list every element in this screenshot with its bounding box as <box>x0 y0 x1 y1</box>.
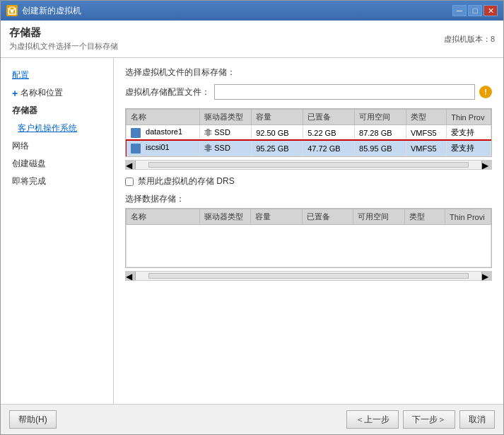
storage-table-1-container: 名称 驱动器类型 容量 已置备 可用空间 类型 Thin Prov <box>125 108 492 157</box>
cell-cap: 95.25 GB <box>252 141 303 156</box>
close-button[interactable]: ✕ <box>484 5 498 16</box>
th-driver-2: 驱动器类型 <box>199 209 251 225</box>
warning-icon: ! <box>479 86 492 98</box>
storage-table-1: 名称 驱动器类型 容量 已置备 可用空间 类型 Thin Prov <box>126 109 491 156</box>
cell-driver: 非 SSD <box>200 125 252 141</box>
sidebar-item-create-disk[interactable]: 创建磁盘 <box>1 155 113 173</box>
drs-row: 禁用此虚拟机的存储 DRS <box>125 175 492 187</box>
next-button[interactable]: 下一步＞ <box>403 410 455 429</box>
main-content-panel: 选择虚拟机文件的目标存储： 虚拟机存储配置文件： ! 名称 驱动器类型 容量 已… <box>114 58 503 404</box>
scroll-left-btn-2[interactable]: ◀ <box>126 272 136 280</box>
page-subtitle: 为虚拟机文件选择一个目标存储 <box>9 41 118 52</box>
maximize-button[interactable]: □ <box>468 5 482 16</box>
cell-used: 47.72 GB <box>303 141 355 156</box>
th-free-1: 可用空间 <box>355 110 406 125</box>
section-title: 选择虚拟机文件的目标存储： <box>125 66 492 79</box>
cell-type: VMFS5 <box>406 141 447 156</box>
footer: 帮助(H) ＜上一步 下一步＞ 取消 <box>1 404 503 434</box>
help-button[interactable]: 帮助(H) <box>9 410 57 429</box>
page-title: 存储器 <box>9 26 118 40</box>
cell-free: 85.95 GB <box>355 141 406 156</box>
cell-driver: 非 SSD <box>200 141 252 156</box>
storage-table-2-container: 名称 驱动器类型 容量 已置备 可用空间 类型 Thin Provi <box>125 208 492 268</box>
cell-cap: 92.50 GB <box>252 125 303 141</box>
main-window: 创建新的虚拟机 ─ □ ✕ 存储器 为虚拟机文件选择一个目标存储 虚拟机版本：8… <box>0 0 504 435</box>
th-driver-1: 驱动器类型 <box>200 110 252 125</box>
th-type-2: 类型 <box>405 209 445 225</box>
back-button[interactable]: ＜上一步 <box>346 410 399 429</box>
cell-thin: 爱支持 <box>447 125 491 141</box>
th-cap-1: 容量 <box>252 110 303 125</box>
scroll-right-btn[interactable]: ▶ <box>481 161 491 169</box>
scroll-left-btn[interactable]: ◀ <box>126 161 136 169</box>
svg-rect-2 <box>11 10 13 13</box>
table2-label: 选择数据存储： <box>125 193 492 205</box>
title-bar: 创建新的虚拟机 ─ □ ✕ <box>1 1 503 21</box>
vm-version: 虚拟机版本：8 <box>444 34 495 45</box>
th-type-1: 类型 <box>406 110 447 125</box>
sidebar-item-complete[interactable]: 即将完成 <box>1 173 113 190</box>
cell-name: datastore1 <box>127 125 200 141</box>
table2-header-row: 名称 驱动器类型 容量 已置备 可用空间 类型 Thin Provi <box>127 209 491 225</box>
sidebar-item-network[interactable]: 网络 <box>1 137 113 155</box>
sidebar-item-config[interactable]: 配置 <box>1 66 113 84</box>
th-name-1: 名称 <box>127 110 200 125</box>
th-thin-2: Thin Provi <box>445 209 491 225</box>
cell-type: VMFS5 <box>406 125 447 141</box>
table-row[interactable]: datastore1 非 SSD 92.50 GB 5.22 GB 87.28 … <box>127 125 491 141</box>
scroll-right-btn-2[interactable]: ▶ <box>481 272 491 280</box>
cell-free: 87.28 GB <box>355 125 406 141</box>
sidebar: 配置 + 名称和位置 存储器 客户机操作系统 网络 创建磁盘 即将完成 <box>1 58 114 404</box>
table-row[interactable]: iscsi01 非 SSD 95.25 GB 47.72 GB 85.95 GB… <box>127 141 491 156</box>
footer-right: ＜上一步 下一步＞ 取消 <box>346 410 495 429</box>
sidebar-item-name-location[interactable]: + 名称和位置 <box>1 84 113 102</box>
th-used-2: 已置备 <box>302 209 353 225</box>
window-icon <box>6 5 18 16</box>
window-controls: ─ □ ✕ <box>452 5 498 16</box>
scroll-track-1 <box>148 162 469 168</box>
config-file-label: 虚拟机存储配置文件： <box>125 86 210 98</box>
config-file-row: 虚拟机存储配置文件： ! <box>125 84 492 100</box>
cancel-button[interactable]: 取消 <box>459 410 495 429</box>
th-used-1: 已置备 <box>303 110 355 125</box>
drs-checkbox[interactable] <box>125 178 134 186</box>
content-area: 配置 + 名称和位置 存储器 客户机操作系统 网络 创建磁盘 即将完成 选择虚拟… <box>1 58 503 404</box>
plus-icon: + <box>12 88 18 99</box>
window-title: 创建新的虚拟机 <box>22 5 452 17</box>
header: 存储器 为虚拟机文件选择一个目标存储 虚拟机版本：8 <box>1 21 503 58</box>
sidebar-item-guest-os[interactable]: 客户机操作系统 <box>1 120 113 137</box>
th-cap-2: 容量 <box>251 209 303 225</box>
th-thin-1: Thin Prov <box>447 110 491 125</box>
scroll-track-2 <box>148 273 469 279</box>
cell-used: 5.22 GB <box>303 125 355 141</box>
drs-label: 禁用此虚拟机的存储 DRS <box>138 175 235 187</box>
th-name-2: 名称 <box>127 209 200 225</box>
minimize-button[interactable]: ─ <box>452 5 467 16</box>
th-free-2: 可用空间 <box>353 209 405 225</box>
scrollbar-1[interactable]: ◀ ▶ <box>125 160 492 170</box>
table1-header-row: 名称 驱动器类型 容量 已置备 可用空间 类型 Thin Prov <box>127 110 491 125</box>
empty-cell <box>127 225 491 267</box>
cell-name: iscsi01 <box>127 141 200 156</box>
empty-row <box>127 225 491 267</box>
config-file-input[interactable] <box>214 84 475 100</box>
footer-left: 帮助(H) <box>9 410 57 429</box>
storage-table-2: 名称 驱动器类型 容量 已置备 可用空间 类型 Thin Provi <box>126 209 491 267</box>
sidebar-item-storage[interactable]: 存储器 <box>1 102 113 120</box>
svg-rect-1 <box>10 7 14 10</box>
scrollbar-2[interactable]: ◀ ▶ <box>125 271 492 281</box>
cell-thin: 爱支持 <box>447 141 491 156</box>
